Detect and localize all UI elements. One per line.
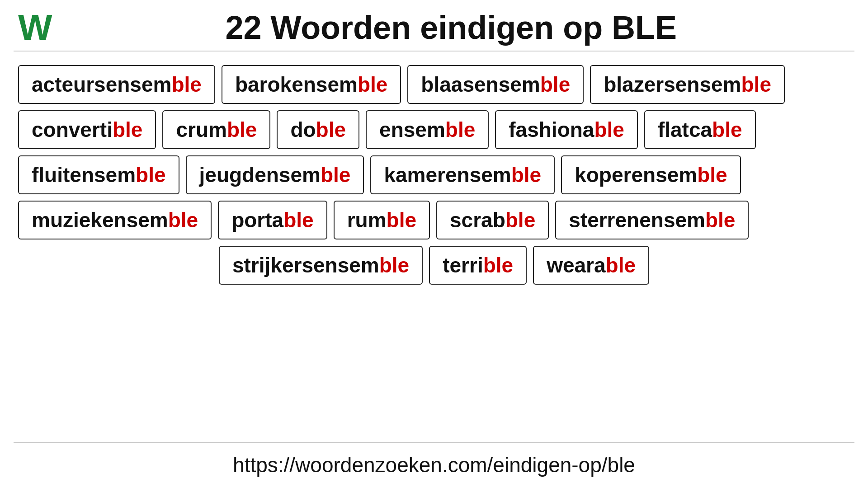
word-box: fluitensemble xyxy=(18,155,179,194)
word-box: blaasensemble xyxy=(407,65,584,104)
word-prefix: muziekensem xyxy=(32,208,168,232)
word-box: acteursensemble xyxy=(18,65,215,104)
word-box: doble xyxy=(277,110,359,149)
word-suffix-ble: ble xyxy=(511,163,541,187)
word-suffix-ble: ble xyxy=(505,208,535,232)
word-box: barokensemble xyxy=(222,65,401,104)
word-row-2: fluitensemblejeugdensemblekamerensemblek… xyxy=(18,155,850,194)
word-prefix: sterrenensem xyxy=(569,208,705,232)
footer-url: https://woordenzoeken.com/eindigen-op/bl… xyxy=(0,443,868,488)
word-prefix: barokensem xyxy=(235,72,358,97)
word-prefix: rum xyxy=(347,208,387,232)
word-prefix: acteursensem xyxy=(32,72,171,97)
word-suffix-ble: ble xyxy=(712,117,742,142)
word-box: sterrenensemble xyxy=(555,201,749,239)
word-row-3: muziekensembleportablerumblescrabblester… xyxy=(18,201,850,239)
word-suffix-ble: ble xyxy=(606,253,636,277)
word-box: portable xyxy=(218,201,327,239)
word-suffix-ble: ble xyxy=(379,253,409,277)
word-suffix-ble: ble xyxy=(540,72,570,97)
word-suffix-ble: ble xyxy=(113,117,142,142)
word-box: terrible xyxy=(429,246,527,285)
word-prefix: flatca xyxy=(658,117,712,142)
word-suffix-ble: ble xyxy=(705,208,735,232)
word-row-1: convertiblecrumbledobleensemblefashionab… xyxy=(18,110,850,149)
word-box: crumble xyxy=(162,110,270,149)
word-prefix: weara xyxy=(547,253,605,277)
word-box: rumble xyxy=(334,201,430,239)
word-suffix-ble: ble xyxy=(283,208,313,232)
word-prefix: terri xyxy=(443,253,483,277)
word-prefix: do xyxy=(290,117,316,142)
word-box: muziekensemble xyxy=(18,201,212,239)
word-prefix: fashiona xyxy=(509,117,594,142)
word-box: jeugdensemble xyxy=(186,155,364,194)
word-prefix: blazersensem xyxy=(604,72,741,97)
words-area: acteursensemblebarokensembleblaasensembl… xyxy=(0,52,868,437)
word-row-4: strijkersensembleterriblewearable xyxy=(18,246,850,285)
word-prefix: ensem xyxy=(379,117,445,142)
word-box: wearable xyxy=(533,246,649,285)
page-title: 22 Woorden eindigen op BLE xyxy=(61,9,841,46)
word-suffix-ble: ble xyxy=(697,163,727,187)
word-prefix: kamerensem xyxy=(384,163,511,187)
word-suffix-ble: ble xyxy=(316,117,346,142)
word-suffix-ble: ble xyxy=(483,253,513,277)
word-suffix-ble: ble xyxy=(136,163,165,187)
word-suffix-ble: ble xyxy=(358,72,387,97)
word-suffix-ble: ble xyxy=(227,117,257,142)
word-row-0: acteursensemblebarokensembleblaasensembl… xyxy=(18,65,850,104)
word-suffix-ble: ble xyxy=(168,208,198,232)
word-suffix-ble: ble xyxy=(741,72,771,97)
word-prefix: jeugdensem xyxy=(199,163,321,187)
word-prefix: fluitensem xyxy=(32,163,136,187)
word-prefix: converti xyxy=(32,117,113,142)
word-box: scrabble xyxy=(436,201,549,239)
word-prefix: porta xyxy=(231,208,283,232)
word-box: flatcable xyxy=(644,110,756,149)
logo-w: W xyxy=(18,9,52,46)
word-prefix: koperensem xyxy=(575,163,697,187)
word-box: fashionable xyxy=(495,110,638,149)
page-header: W 22 Woorden eindigen op BLE xyxy=(0,0,868,51)
word-box: convertible xyxy=(18,110,156,149)
word-suffix-ble: ble xyxy=(594,117,624,142)
word-prefix: blaasensem xyxy=(421,72,540,97)
word-box: ensemble xyxy=(366,110,489,149)
word-box: koperensemble xyxy=(561,155,741,194)
word-suffix-ble: ble xyxy=(321,163,350,187)
word-suffix-ble: ble xyxy=(171,72,201,97)
word-box: kamerensemble xyxy=(370,155,555,194)
word-box: blazersensemble xyxy=(590,65,785,104)
word-prefix: crum xyxy=(176,117,226,142)
word-suffix-ble: ble xyxy=(445,117,475,142)
word-box: strijkersensemble xyxy=(219,246,423,285)
word-prefix: strijkersensem xyxy=(232,253,379,277)
word-suffix-ble: ble xyxy=(387,208,416,232)
word-prefix: scrab xyxy=(450,208,505,232)
